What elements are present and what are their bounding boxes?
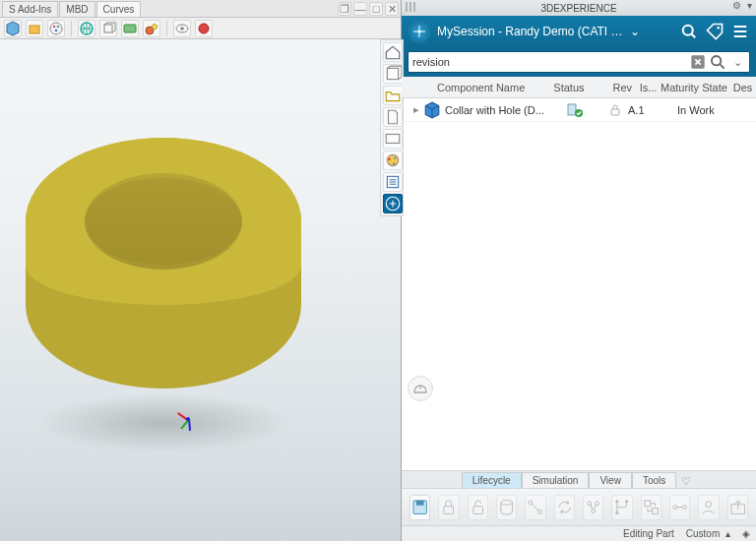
svg-rect-8: [124, 25, 136, 32]
status-profile[interactable]: Custom ▴: [686, 528, 730, 539]
branch-icon[interactable]: [611, 495, 632, 520]
strip-globe-icon[interactable]: [383, 150, 403, 170]
origin-triad-icon[interactable]: [178, 409, 206, 437]
database-icon[interactable]: [496, 495, 517, 520]
tag-icon[interactable]: [705, 22, 724, 41]
save-active-icon[interactable]: [410, 495, 430, 520]
lock-icon[interactable]: [438, 495, 459, 520]
replace-icon[interactable]: [641, 495, 662, 520]
revision-icon[interactable]: [583, 495, 603, 520]
window-restore-icon[interactable]: ❐: [338, 2, 351, 16]
toolbar-globe-icon[interactable]: [78, 20, 95, 37]
tabs-more-icon[interactable]: ♡: [676, 475, 696, 488]
bottom-tabs: Lifecycle Simulation View Tools ♡: [402, 470, 756, 488]
toolbar-scene-icon[interactable]: [143, 20, 160, 37]
tab-simulation[interactable]: Simulation: [522, 472, 590, 488]
svg-point-22: [418, 30, 421, 33]
export-icon[interactable]: [727, 495, 748, 520]
cell-status: [567, 102, 608, 118]
window-maximize-icon[interactable]: □: [369, 2, 383, 16]
sync-icon[interactable]: [554, 495, 575, 520]
cad-viewport[interactable]: [0, 39, 401, 541]
clear-search-icon[interactable]: [690, 54, 706, 70]
settings-gear-icon[interactable]: ⚙: [732, 0, 741, 11]
svg-point-4: [57, 25, 60, 28]
svg-point-46: [673, 506, 677, 510]
run-search-icon[interactable]: [710, 54, 725, 70]
user-icon[interactable]: [698, 495, 719, 520]
col-name[interactable]: Component Name: [437, 82, 553, 93]
col-is[interactable]: Is...: [640, 82, 661, 93]
svg-point-41: [616, 500, 619, 503]
grid-row[interactable]: ▸ Collar with Hole (D... A.1 In Work: [402, 98, 756, 122]
dx-pane: 3DEXPERIENCE ⚙ ▾ MySession - Randy Demo …: [401, 0, 756, 541]
status-corner-icon[interactable]: ◈: [742, 528, 750, 539]
strip-folder-icon[interactable]: [383, 86, 403, 105]
svg-rect-32: [416, 501, 424, 506]
expand-icon[interactable]: ▸: [413, 103, 423, 116]
toolbar-orient-icon[interactable]: [99, 20, 117, 37]
strip-view-icon[interactable]: [383, 129, 403, 149]
compass-bar: MySession - Randy Demo (CATI DEMO ... ⌄: [402, 16, 756, 47]
svg-point-48: [706, 502, 712, 508]
toolbar-appearance-icon[interactable]: [195, 20, 213, 37]
col-des[interactable]: Des: [733, 82, 756, 93]
session-dropdown-icon[interactable]: ⌄: [630, 25, 640, 38]
model-collar-part[interactable]: [26, 138, 301, 462]
relations-icon[interactable]: [525, 495, 545, 520]
search-scope-icon[interactable]: ⌄: [729, 54, 745, 70]
svg-point-42: [616, 511, 619, 514]
unlock-icon[interactable]: [468, 495, 488, 520]
grid-body: ▸ Collar with Hole (D... A.1 In Work: [402, 98, 756, 470]
svg-point-24: [718, 27, 721, 30]
col-maturity[interactable]: Maturity State: [661, 82, 733, 93]
svg-point-35: [501, 500, 513, 505]
svg-point-37: [538, 510, 542, 513]
svg-point-47: [683, 506, 687, 510]
svg-point-16: [387, 154, 398, 165]
lifecycle-toolbar: [402, 488, 756, 525]
menu-icon[interactable]: [730, 22, 750, 41]
svg-point-3: [53, 25, 56, 28]
ribbon-tab-addins[interactable]: S Add-Ins: [2, 1, 58, 17]
compass-icon[interactable]: [408, 20, 431, 43]
cad-quick-toolbar: [0, 18, 401, 39]
svg-rect-33: [444, 507, 454, 514]
dx-side-strip: [380, 39, 404, 216]
strip-home-icon[interactable]: [383, 42, 403, 62]
svg-point-43: [625, 500, 628, 503]
strip-session-icon[interactable]: [383, 194, 403, 213]
col-status[interactable]: Status: [553, 82, 594, 93]
svg-rect-14: [387, 68, 398, 79]
svg-rect-1: [30, 26, 39, 33]
search-row: ⌄: [402, 47, 756, 77]
tab-view[interactable]: View: [589, 472, 632, 488]
search-icon[interactable]: [679, 22, 699, 41]
ribbon-tab-curves[interactable]: Curves: [96, 1, 142, 17]
helmet-bubble-icon[interactable]: [408, 376, 433, 401]
svg-point-18: [394, 157, 396, 159]
toolbar-hide-icon[interactable]: [173, 20, 191, 37]
chevron-down-icon[interactable]: ▾: [747, 0, 752, 11]
strip-model-icon[interactable]: [383, 64, 403, 84]
toolbar-display-icon[interactable]: [121, 20, 139, 37]
session-label[interactable]: MySession - Randy Demo (CATI DEMO ...: [437, 25, 624, 38]
tab-tools[interactable]: Tools: [632, 472, 676, 488]
ribbon-tab-mbd[interactable]: MBD: [59, 1, 94, 17]
toolbar-subpart-icon[interactable]: [26, 20, 43, 37]
toolbar-cube-icon[interactable]: [4, 20, 22, 37]
toolbar-palette-icon[interactable]: [47, 20, 65, 37]
window-minimize-icon[interactable]: —: [353, 2, 367, 16]
cell-maturity: In Work: [677, 104, 752, 116]
tab-lifecycle[interactable]: Lifecycle: [462, 472, 522, 488]
window-controls: ❐ — □ ✕: [338, 0, 399, 18]
search-box: ⌄: [408, 51, 750, 73]
svg-point-2: [50, 23, 62, 34]
window-close-icon[interactable]: ✕: [385, 2, 399, 16]
svg-rect-30: [611, 109, 619, 115]
strip-properties-icon[interactable]: [383, 172, 403, 192]
search-input[interactable]: [412, 56, 686, 68]
strip-document-icon[interactable]: [383, 107, 403, 127]
flow-icon[interactable]: [669, 495, 690, 520]
col-rev[interactable]: Rev: [613, 82, 640, 93]
